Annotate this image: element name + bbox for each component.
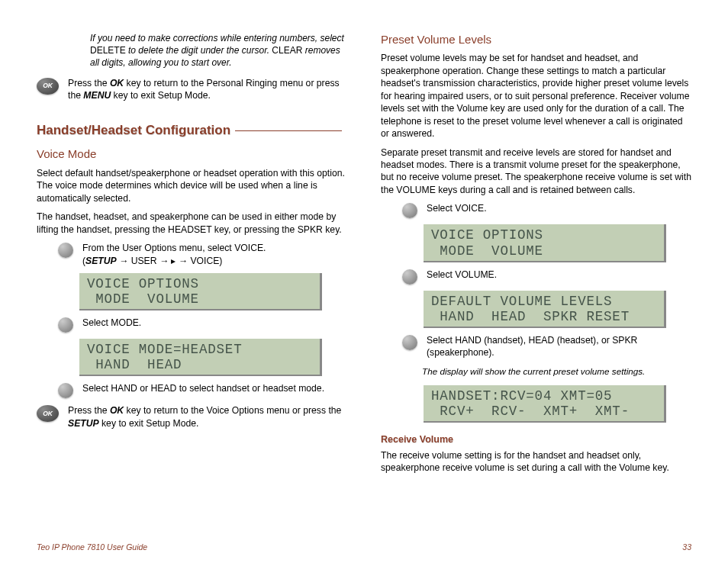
t: → USER → ▸ → VOICE) [117,256,223,266]
lcd-voice-options-r: VOICE OPTIONS MODE VOLUME [424,224,666,262]
softkey-icon [402,203,417,218]
step-text: Select HAND (handset), HEAD (headset), o… [427,334,691,359]
t: keys during a call and is retained betwe… [436,185,636,195]
footer-page-number: 33 [682,542,691,552]
setup-bold: SETUP [68,418,99,429]
step-select-hand-head: Select HAND or HEAD to select handset or… [58,382,347,398]
right-column: Preset Volume Levels Preset volume level… [381,32,691,481]
softkey-icon [58,383,73,398]
t: key. [323,224,342,235]
t: From the User Options menu, select VOICE… [82,243,266,253]
step-select-device: Select HAND (handset), HEAD (headset), o… [402,334,691,359]
lcd-voice-mode: VOICE MODE=HEADSET HAND HEAD [79,339,322,376]
t: key to exit Setup Mode. [111,90,211,101]
display-note: The display will show the current preset… [422,365,691,378]
page-footer: Teo IP Phone 7810 User Guide 33 [37,542,691,552]
step-select-volume-r: Select VOLUME. [402,269,691,285]
ok-key-icon: OK [37,78,59,95]
subheading-preset-volume: Preset Volume Levels [381,32,691,47]
preset-p1: Preset volume levels may be set for hand… [381,52,691,140]
t: key, or pressing the [211,224,297,235]
ok-step-row: OK Press the OK key to return to the Per… [37,77,347,102]
step-select-mode: Select MODE. [58,317,347,333]
section-heading-text: Handset/Headset Configuration [37,123,230,137]
step-text: From the User Options menu, select VOICE… [82,242,347,267]
softkey-icon [58,243,73,258]
lcd-voice-options: VOICE OPTIONS MODE VOLUME [79,273,322,310]
t: Press the [68,405,110,416]
correction-note: If you need to make corrections while en… [90,32,347,69]
footer-title: Teo IP Phone 7810 User Guide [37,542,147,552]
t: Select HAND (handset), HEAD (headset), o… [427,335,637,358]
t: key to return to the Voice Options menu … [124,405,341,416]
preset-p2: Separate preset transmit and receive lev… [381,146,691,197]
ok-step-text-2: Press the OK key to return to the Voice … [68,404,347,429]
voice-mode-p2: The handset, headset, and speakerphone c… [37,211,347,236]
lcd-default-volume: DEFAULT VOLUME LEVELS HAND HEAD SPKR RES… [424,291,666,328]
note-text-2: to delete the digit under the cursor. [126,45,272,56]
step-select-voice-r: Select VOICE. [402,202,691,218]
lcd-handset-rcv: HANDSET:RCV=04 XMT=05 RCV+ RCV- XMT+ XMT… [424,385,666,423]
delete-label: DELETE [90,45,126,56]
section-heading-handset: Handset/Headset Configuration [37,122,347,140]
ok-step-text: Press the OK key to return to the Person… [68,77,347,102]
left-column: If you need to make corrections while en… [37,32,347,481]
receive-volume-p: The receive volume setting is for the ha… [381,449,691,475]
setup-bold: SETUP [85,256,117,266]
ok-bold: OK [110,405,124,416]
step-text: Select VOICE. [427,202,691,214]
subheading-receive-volume: Receive Volume [381,433,691,446]
volume-bold: VOLUME [396,185,435,195]
two-column-layout: If you need to make corrections while en… [37,32,691,481]
menu-bold: MENU [83,90,111,101]
note-text-1: If you need to make corrections while en… [90,33,344,43]
step-text: Select VOLUME. [427,269,691,281]
voice-mode-p1: Select default handset/speakerphone or h… [37,167,347,204]
softkey-icon [58,317,73,333]
ok-step-row-2: OK Press the OK key to return to the Voi… [37,404,347,429]
softkey-icon [402,269,417,285]
ok-bold: OK [110,78,124,88]
ok-key-icon: OK [37,405,59,422]
t: key to exit Setup Mode. [99,418,199,429]
step-select-voice: From the User Options menu, select VOICE… [58,242,347,267]
clear-label: CLEAR [272,45,302,56]
spkr-bold: SPKR [298,224,323,235]
t: Press the [68,78,110,88]
section-rule [235,130,342,131]
display-note-ital: The display will show the current preset… [422,366,645,376]
subheading-voice-mode: Voice Mode [37,146,347,162]
step-text: Select MODE. [82,317,347,329]
softkey-icon [402,335,417,350]
step-text: Select HAND or HEAD to select handset or… [82,382,347,394]
headset-bold: HEADSET [168,224,211,235]
